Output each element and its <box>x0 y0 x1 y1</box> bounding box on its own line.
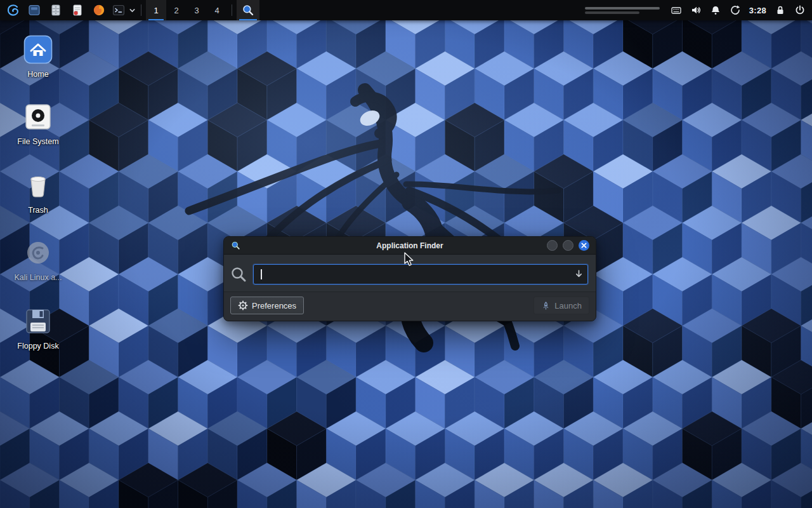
window-title: Application Finder <box>224 241 596 250</box>
kali-menu-icon <box>5 3 20 18</box>
desktop-icon-file-system[interactable]: File System <box>5 102 71 146</box>
notifications-tray-button[interactable] <box>710 4 721 16</box>
finder-search-area <box>224 255 596 291</box>
clock[interactable]: 3:28 <box>749 6 766 15</box>
power-icon <box>794 4 806 16</box>
preferences-label: Preferences <box>252 301 296 311</box>
launcher-firefox[interactable] <box>88 0 110 20</box>
workspace-button-1[interactable]: 1 <box>146 0 166 20</box>
close-button[interactable] <box>579 240 589 251</box>
maximize-button[interactable] <box>563 240 573 251</box>
panel-ticker <box>585 7 660 14</box>
close-icon <box>581 243 587 248</box>
dropdown-arrow-icon[interactable] <box>574 269 584 279</box>
desktop-icon-label: Kali Linux a... <box>14 273 62 282</box>
bell-icon <box>710 4 721 16</box>
application-finder-window: Application Finder <box>223 236 596 321</box>
titlebar[interactable]: Application Finder <box>224 237 596 255</box>
power-tray-button[interactable] <box>794 4 806 16</box>
terminal-icon <box>112 3 126 17</box>
keyboard-icon <box>671 4 682 16</box>
desktop-icon-label: Trash <box>28 206 48 215</box>
preferences-button[interactable]: Preferences <box>230 297 304 314</box>
workspace-label: 3 <box>194 6 199 15</box>
launch-rocket-icon <box>541 301 551 311</box>
magnifier-icon <box>242 4 254 17</box>
chevron-down-icon <box>129 7 136 14</box>
applications-menu-button[interactable] <box>2 0 23 20</box>
launcher-file-manager[interactable] <box>23 0 45 20</box>
text-editor-icon <box>70 3 84 17</box>
workspace-label: 1 <box>154 6 158 15</box>
workspace-button-2[interactable]: 2 <box>166 0 187 20</box>
search-input-field[interactable] <box>254 265 587 284</box>
workspace-label: 4 <box>214 6 219 15</box>
desktop-icon-home[interactable]: Home <box>5 34 71 79</box>
finder-button-area: Preferences Launch <box>224 291 596 321</box>
terminal-dropdown-button[interactable] <box>128 0 136 20</box>
firefox-icon <box>92 3 106 17</box>
workspace-label: 2 <box>174 6 178 15</box>
keyboard-tray-button[interactable] <box>671 4 682 16</box>
desktop-icon-trash[interactable]: Trash <box>5 170 71 215</box>
panel-left-group: 1 2 3 4 <box>0 0 259 20</box>
desktop-icon-label: Home <box>27 70 48 79</box>
floppy-icon <box>23 306 53 337</box>
panel-separator <box>232 4 232 16</box>
launch-button[interactable]: Launch <box>534 297 589 314</box>
search-input[interactable] <box>253 264 588 284</box>
desktop-icon-label: File System <box>17 137 58 146</box>
lock-icon <box>775 4 786 16</box>
search-icon <box>230 265 247 283</box>
taskbar-application-finder[interactable] <box>237 0 259 20</box>
kali-disc-icon <box>23 237 53 268</box>
updates-tray-button[interactable] <box>730 4 741 16</box>
workspace-button-4[interactable]: 4 <box>207 0 227 20</box>
volume-tray-button[interactable] <box>690 4 702 16</box>
launch-label: Launch <box>554 301 582 311</box>
top-panel: 1 2 3 4 <box>0 0 812 20</box>
launcher-terminal[interactable] <box>110 0 128 20</box>
text-caret <box>261 269 262 279</box>
desktop-icon-label: Floppy Disk <box>17 342 58 351</box>
trash-icon <box>23 170 53 201</box>
minimize-button[interactable] <box>547 240 558 251</box>
launcher-file-cabinet[interactable] <box>45 0 67 20</box>
workspace-button-3[interactable]: 3 <box>187 0 207 20</box>
sync-arrow-icon <box>730 4 741 16</box>
file-cabinet-icon <box>49 3 63 17</box>
window-icon-magnifier <box>231 241 240 250</box>
gear-icon <box>238 300 248 311</box>
panel-separator <box>141 4 141 16</box>
panel-tray-group: 3:28 <box>585 0 812 20</box>
desktop-icon-kali-linux[interactable]: Kali Linux a... <box>5 237 71 282</box>
file-manager-icon <box>27 3 41 17</box>
home-icon <box>23 34 53 65</box>
launcher-text-editor[interactable] <box>67 0 88 20</box>
desktop-icon-floppy-disk[interactable]: Floppy Disk <box>5 306 71 351</box>
lock-tray-button[interactable] <box>775 4 786 16</box>
drive-icon <box>23 102 53 132</box>
volume-icon <box>690 4 702 16</box>
